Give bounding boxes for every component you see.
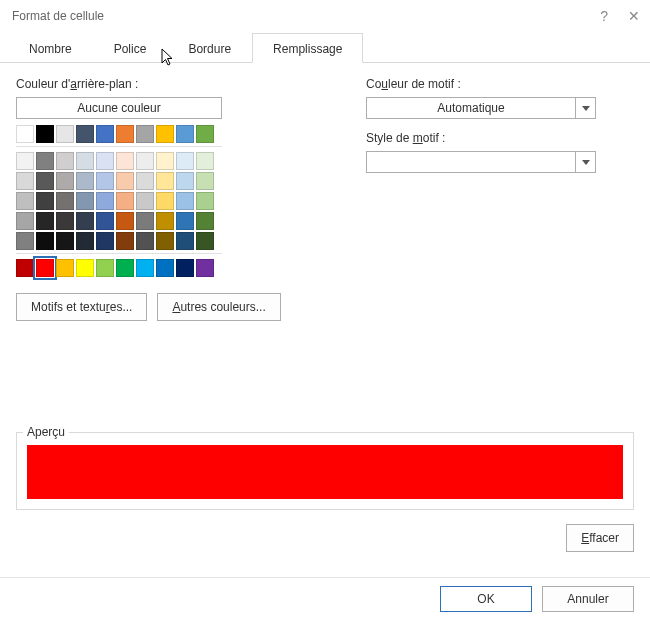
color-swatch[interactable] (56, 152, 74, 170)
ok-button[interactable]: OK (440, 586, 532, 612)
color-swatch[interactable] (76, 172, 94, 190)
no-color-button[interactable]: Aucune couleur (16, 97, 222, 119)
preview-label: Aperçu (23, 425, 69, 439)
color-swatch[interactable] (36, 172, 54, 190)
color-swatch[interactable] (56, 232, 74, 250)
color-swatch[interactable] (196, 172, 214, 190)
pattern-color-value: Automatique (367, 98, 575, 118)
color-swatch[interactable] (176, 259, 194, 277)
color-swatch[interactable] (76, 125, 94, 143)
tab-bar: Nombre Police Bordure Remplissage (0, 32, 650, 63)
color-swatch[interactable] (156, 125, 174, 143)
color-swatch[interactable] (176, 192, 194, 210)
color-swatch[interactable] (96, 152, 114, 170)
color-swatch[interactable] (76, 192, 94, 210)
color-swatch[interactable] (156, 212, 174, 230)
pattern-style-label: Style de motif : (366, 131, 634, 145)
color-swatch[interactable] (196, 192, 214, 210)
pattern-color-combo[interactable]: Automatique (366, 97, 596, 119)
color-swatch[interactable] (56, 125, 74, 143)
color-swatch[interactable] (56, 259, 74, 277)
chevron-down-icon (575, 98, 595, 118)
pattern-style-value (367, 152, 575, 172)
tab-nombre[interactable]: Nombre (8, 33, 93, 63)
color-swatch[interactable] (36, 259, 54, 277)
color-swatch[interactable] (136, 212, 154, 230)
color-swatch[interactable] (116, 152, 134, 170)
color-swatch[interactable] (16, 125, 34, 143)
color-swatch[interactable] (176, 125, 194, 143)
color-swatch[interactable] (96, 212, 114, 230)
color-swatch[interactable] (76, 212, 94, 230)
color-swatch[interactable] (196, 232, 214, 250)
color-swatch[interactable] (96, 192, 114, 210)
color-swatch[interactable] (176, 172, 194, 190)
color-swatch[interactable] (176, 232, 194, 250)
color-swatch[interactable] (96, 259, 114, 277)
pattern-style-combo[interactable] (366, 151, 596, 173)
tab-bordure[interactable]: Bordure (167, 33, 252, 63)
color-swatch[interactable] (36, 192, 54, 210)
color-swatch[interactable] (136, 192, 154, 210)
color-swatch[interactable] (196, 152, 214, 170)
color-swatch[interactable] (116, 232, 134, 250)
bg-color-label: Couleur d'arrière-plan : (16, 77, 346, 91)
color-swatch[interactable] (176, 152, 194, 170)
color-swatch[interactable] (176, 212, 194, 230)
palette-separator (16, 253, 222, 254)
preview-group: Aperçu (16, 432, 634, 510)
color-swatch[interactable] (56, 212, 74, 230)
pattern-color-label: Couleur de motif : (366, 77, 634, 91)
titlebar: Format de cellule ? ✕ (0, 0, 650, 32)
color-swatch[interactable] (116, 192, 134, 210)
color-swatch[interactable] (16, 192, 34, 210)
tab-remplissage[interactable]: Remplissage (252, 33, 363, 63)
color-swatch[interactable] (156, 259, 174, 277)
preview-swatch (27, 445, 623, 499)
color-swatch[interactable] (136, 232, 154, 250)
color-swatch[interactable] (156, 172, 174, 190)
color-swatch[interactable] (156, 232, 174, 250)
color-swatch[interactable] (196, 125, 214, 143)
tab-police[interactable]: Police (93, 33, 168, 63)
close-icon[interactable]: ✕ (628, 8, 640, 24)
color-swatch[interactable] (16, 152, 34, 170)
color-swatch[interactable] (136, 125, 154, 143)
color-swatch[interactable] (36, 212, 54, 230)
color-swatch[interactable] (16, 259, 34, 277)
color-swatch[interactable] (136, 259, 154, 277)
color-swatch[interactable] (56, 172, 74, 190)
color-swatch[interactable] (36, 125, 54, 143)
color-swatch[interactable] (96, 232, 114, 250)
color-swatch[interactable] (156, 192, 174, 210)
help-icon[interactable]: ? (600, 8, 608, 24)
fill-effects-button[interactable]: Motifs et textures... (16, 293, 147, 321)
color-swatch[interactable] (16, 212, 34, 230)
clear-button[interactable]: Effacer (566, 524, 634, 552)
color-swatch[interactable] (196, 259, 214, 277)
color-swatch[interactable] (116, 259, 134, 277)
color-swatch[interactable] (76, 259, 94, 277)
color-swatch[interactable] (196, 212, 214, 230)
color-swatch[interactable] (76, 232, 94, 250)
cancel-button[interactable]: Annuler (542, 586, 634, 612)
color-swatch[interactable] (116, 212, 134, 230)
footer-separator (0, 577, 650, 578)
color-swatch[interactable] (56, 192, 74, 210)
color-swatch[interactable] (36, 232, 54, 250)
color-swatch[interactable] (16, 172, 34, 190)
color-swatch[interactable] (96, 172, 114, 190)
color-swatch[interactable] (96, 125, 114, 143)
color-swatch[interactable] (136, 152, 154, 170)
color-swatch[interactable] (156, 152, 174, 170)
chevron-down-icon (575, 152, 595, 172)
palette-separator (16, 146, 222, 147)
color-swatch[interactable] (116, 125, 134, 143)
window-title: Format de cellule (12, 9, 104, 23)
color-swatch[interactable] (36, 152, 54, 170)
color-swatch[interactable] (16, 232, 34, 250)
more-colors-button[interactable]: Autres couleurs... (157, 293, 280, 321)
color-swatch[interactable] (116, 172, 134, 190)
color-swatch[interactable] (76, 152, 94, 170)
color-swatch[interactable] (136, 172, 154, 190)
